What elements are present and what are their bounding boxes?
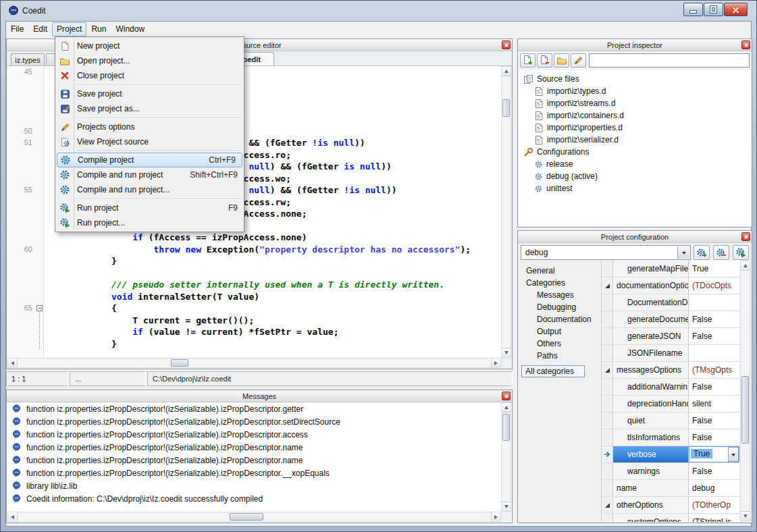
editor-vertical-scrollbar[interactable] [501,66,511,358]
scroll-up-icon[interactable] [502,67,511,76]
property-row[interactable]: tlsInformationsFalse [602,429,739,446]
property-row[interactable]: DocumentationD [602,294,739,311]
category-item[interactable]: Documentation [519,313,600,325]
close-panel-icon[interactable] [741,232,750,241]
edit-configuration-button[interactable] [733,245,749,260]
tree-item[interactable]: import\iz\serializer.d [519,134,751,146]
property-row[interactable]: JSONFilename [602,345,739,362]
scroll-down-icon[interactable] [502,348,511,357]
menubar-item-file[interactable]: File [6,22,28,36]
close-panel-icon[interactable] [502,41,511,49]
add-configuration-button[interactable] [694,245,710,260]
property-row[interactable]: generateDocumeFalse [602,311,739,328]
editor-horizontal-scrollbar[interactable] [7,358,501,368]
tree-item[interactable]: Source files [519,73,751,85]
remove-configuration-button[interactable] [713,245,729,260]
property-row[interactable]: depreciationHandsilent [602,396,739,413]
property-row[interactable]: verboseTrue [602,446,739,463]
property-row[interactable]: customOptions(TStringLis [602,514,739,522]
category-item[interactable]: Messages [519,289,600,301]
message-item[interactable]: function iz.properties.izPropDescriptor!… [7,441,501,454]
category-item[interactable]: Categories [519,277,600,289]
scrollbar-thumb[interactable] [230,513,263,521]
add-folder-button[interactable] [554,53,569,68]
menubar-item-edit[interactable]: Edit [28,22,52,36]
message-item[interactable]: function iz.properties.izPropDescriptor!… [7,428,501,441]
message-item[interactable]: Coedit information: C:\Dev\dproj\iz\Iz.c… [7,492,501,505]
tree-item[interactable]: unittest [519,182,751,194]
category-item[interactable]: Output [519,325,600,338]
edit-source-button[interactable] [571,53,586,68]
property-row[interactable]: namedebug [602,480,739,497]
tree-item[interactable]: Configurations [519,146,751,158]
property-row[interactable]: messagesOptions(TMsgOpts [602,362,739,379]
menu-item[interactable]: Run projectF9 [55,201,244,215]
editor-tab[interactable]: iz.types [11,53,45,65]
messages-horizontal-scrollbar[interactable] [7,512,501,522]
property-row[interactable]: generateMapFileTrue [602,261,739,277]
fold-marker-icon[interactable] [36,305,43,311]
maximize-button[interactable] [704,3,723,16]
scrollbar-thumb[interactable] [741,376,749,444]
message-item[interactable]: function iz.properties.izPropDescriptor!… [7,454,501,467]
inspector-filter-input[interactable] [589,53,750,68]
menu-item[interactable]: Save project [55,86,244,101]
close-panel-icon[interactable] [741,41,750,49]
menu-item[interactable]: Compile and run project... [55,182,244,197]
close-window-button[interactable] [724,3,748,16]
category-item[interactable]: Paths [519,350,600,362]
message-item[interactable]: function iz.properties.izPropDescriptor!… [7,402,501,415]
configuration-selector[interactable]: debug [521,245,691,260]
menubar-item-window[interactable]: Window [111,22,149,36]
property-row[interactable]: documentationOptio(TDocOpts [602,277,739,294]
close-panel-icon[interactable] [502,392,511,400]
messages-vertical-scrollbar[interactable] [501,402,511,512]
scroll-left-icon[interactable] [8,512,18,521]
scroll-down-icon[interactable] [502,502,511,511]
category-item[interactable]: General [519,265,600,277]
menu-item[interactable]: Compile projectCtrl+F9 [57,153,242,167]
tree-item[interactable]: import\iz\properties.d [519,122,751,134]
scrollbar-thumb[interactable] [502,99,510,117]
property-row[interactable]: quietFalse [602,413,739,429]
message-item[interactable]: function iz.properties.izPropDescriptor!… [7,415,501,428]
menu-item[interactable]: Close project [55,68,244,83]
menu-item[interactable]: Projects options [55,119,244,134]
menu-item[interactable]: New project [55,38,244,53]
menubar-item-project[interactable]: Project [52,22,86,36]
property-row[interactable]: warningsFalse [602,463,739,480]
menu-item[interactable]: Compile and run projectShift+Ctrl+F9 [55,167,244,182]
scroll-right-icon[interactable] [491,358,500,367]
chevron-down-icon[interactable] [677,246,689,259]
scrollbar-thumb[interactable] [171,359,188,367]
tree-item[interactable]: release [519,158,751,170]
property-row[interactable]: otherOptions(TOtherOp [602,497,739,514]
scroll-up-icon[interactable] [502,403,511,413]
scroll-left-icon[interactable] [8,358,18,367]
tree-item[interactable]: import\iz\streams.d [519,97,751,109]
menu-item[interactable]: Run project... [55,215,244,230]
scroll-right-icon[interactable] [491,512,500,521]
message-item[interactable]: library lib\iz.lib [7,479,501,492]
scroll-up-icon[interactable] [741,261,750,271]
menubar-item-run[interactable]: Run [86,22,111,36]
category-item[interactable]: Others [519,338,600,350]
minimize-button[interactable] [683,3,703,16]
property-row[interactable]: generateJSONFalse [602,328,739,345]
scrollbar-thumb[interactable] [502,414,510,441]
property-row[interactable]: additionalWarninFalse [602,379,739,396]
menu-item[interactable]: Save project as... [55,101,244,116]
remove-source-button[interactable] [537,53,552,68]
add-source-button[interactable] [520,53,536,68]
grid-vertical-scrollbar[interactable] [740,261,750,521]
scroll-down-icon[interactable] [741,511,750,521]
category-item[interactable]: Debugging [519,301,600,313]
tree-item[interactable]: import\iz\types.d [519,85,751,97]
message-item[interactable]: function iz.properties.izPropDescriptor!… [7,467,501,479]
menu-item[interactable]: View Project source [55,134,244,149]
tree-item[interactable]: debug (active) [519,170,751,182]
all-categories-button[interactable]: All categories [521,365,585,377]
combobox-dropdown-button[interactable] [728,447,739,462]
tree-item[interactable]: import\iz\containers.d [519,109,751,122]
menu-item[interactable]: Open project... [55,53,244,68]
